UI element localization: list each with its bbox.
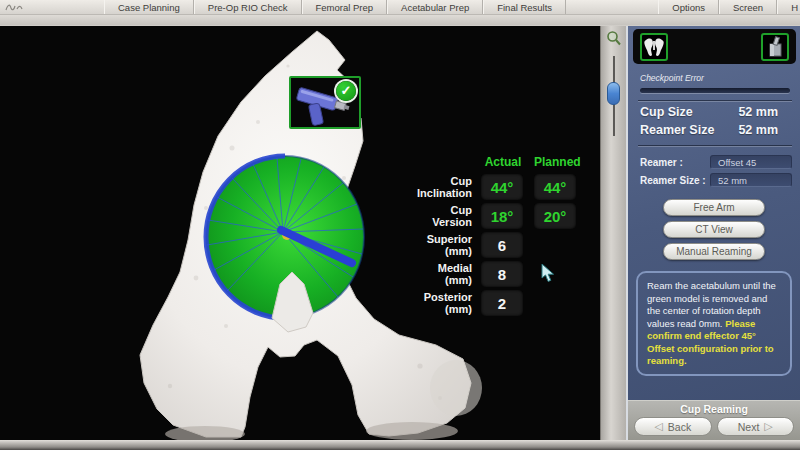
value-superior: 6	[481, 232, 523, 258]
logo-mark	[0, 0, 104, 14]
reamer-field-value[interactable]: Offset 45	[710, 155, 792, 169]
reamer-size-field-label: Reamer Size :	[640, 175, 710, 186]
reamer-fields: Reamer : Offset 45 Reamer Size : 52 mm	[628, 147, 800, 191]
bone-cut-shadow-right	[366, 422, 458, 440]
zoom-magnifier-icon[interactable]	[606, 30, 622, 47]
tab-acetabular-prep[interactable]: Acetabular Prep	[387, 0, 483, 14]
ct-view-button[interactable]: CT View	[663, 221, 765, 238]
mode-buttons: Free Arm CT View Manual Reaming	[628, 199, 800, 260]
topbar-lower-strip	[0, 15, 800, 25]
value-cup-version-planned: 20°	[534, 203, 576, 229]
manual-reaming-button[interactable]: Manual Reaming	[663, 243, 765, 260]
column-header-actual: Actual	[481, 155, 525, 172]
screen-bottom-bezel	[0, 440, 800, 450]
zoom-slider-thumb[interactable]	[607, 82, 620, 105]
row-label-cup-inclination: Cup Inclination	[408, 175, 472, 200]
checkmark-icon: ✓	[336, 81, 356, 101]
tabbar-spacer	[566, 0, 658, 14]
value-cup-inclination-planned: 44°	[534, 174, 576, 200]
tab-preop-rio-check[interactable]: Pre-Op RIO Check	[194, 0, 302, 14]
control-panel: Checkpoint Error Cup Size 52 mm Reamer S…	[626, 26, 800, 440]
tab-case-planning[interactable]: Case Planning	[104, 0, 194, 14]
measurement-panel: Actual Planned Cup Inclination 44° 44° C…	[408, 144, 596, 317]
back-button[interactable]: ◁ Back	[634, 417, 712, 436]
value-medial: 8	[481, 261, 523, 287]
checkpoint-error-label: Checkpoint Error	[640, 73, 790, 83]
instrument-status-box: ✓	[289, 76, 361, 129]
row-label-superior: Superior (mm)	[408, 233, 472, 258]
row-label-cup-version: Cup Version	[408, 204, 472, 229]
value-cup-inclination-actual: 44°	[481, 174, 523, 200]
instruction-box: Ream the acetabulum until the green mode…	[636, 271, 792, 376]
end-effector-icon	[761, 33, 789, 61]
3d-model-viewport[interactable]: ✓ Actual Planned Cup Inclination 44° 44°…	[0, 26, 600, 440]
column-header-planned: Planned	[534, 155, 578, 172]
wizard-footer: Cup Reaming ◁ Back Next ▷	[628, 400, 800, 440]
value-posterior: 2	[481, 290, 523, 316]
pelvis-array-icon	[640, 33, 668, 61]
back-button-label: Back	[668, 421, 691, 433]
application-window: Case Planning Pre-Op RIO Check Femoral P…	[0, 0, 800, 450]
row-label-posterior: Posterior (mm)	[408, 291, 472, 316]
next-button-label: Next	[738, 421, 760, 433]
cup-size-value: 52 mm	[738, 105, 778, 119]
top-menu-bar: Case Planning Pre-Op RIO Check Femoral P…	[0, 0, 800, 26]
reamer-size-label: Reamer Size	[640, 123, 714, 137]
tab-screen[interactable]: Screen	[719, 0, 777, 14]
cup-size-label: Cup Size	[640, 105, 693, 119]
mouse-cursor-icon	[540, 264, 558, 284]
reamer-size-field-value[interactable]: 52 mm	[710, 173, 792, 187]
checkpoint-section: Checkpoint Error	[628, 64, 800, 93]
viewport-side-strip	[600, 26, 626, 440]
tab-femoral-prep[interactable]: Femoral Prep	[302, 0, 388, 14]
tab-help-partial[interactable]: H	[777, 0, 800, 14]
tab-final-results[interactable]: Final Results	[483, 0, 566, 14]
free-arm-button[interactable]: Free Arm	[663, 199, 765, 216]
cup-size-row: Cup Size 52 mm	[628, 102, 800, 120]
row-label-medial: Medial (mm)	[408, 262, 472, 287]
reamer-size-row: Reamer Size 52 mm	[628, 120, 800, 138]
step-title: Cup Reaming	[634, 403, 794, 415]
tracking-status-bar	[633, 29, 796, 64]
reamer-field-label: Reamer :	[640, 157, 710, 168]
tab-options[interactable]: Options	[658, 0, 719, 14]
reamer-size-value: 52 mm	[738, 123, 778, 137]
checkpoint-error-bar	[640, 88, 790, 93]
value-cup-version-actual: 18°	[481, 203, 523, 229]
instruction-text: Ream the acetabulum until the green mode…	[647, 280, 776, 329]
next-chevron-icon: ▷	[764, 420, 772, 433]
next-button[interactable]: Next ▷	[717, 417, 795, 436]
back-chevron-icon: ◁	[654, 420, 662, 433]
